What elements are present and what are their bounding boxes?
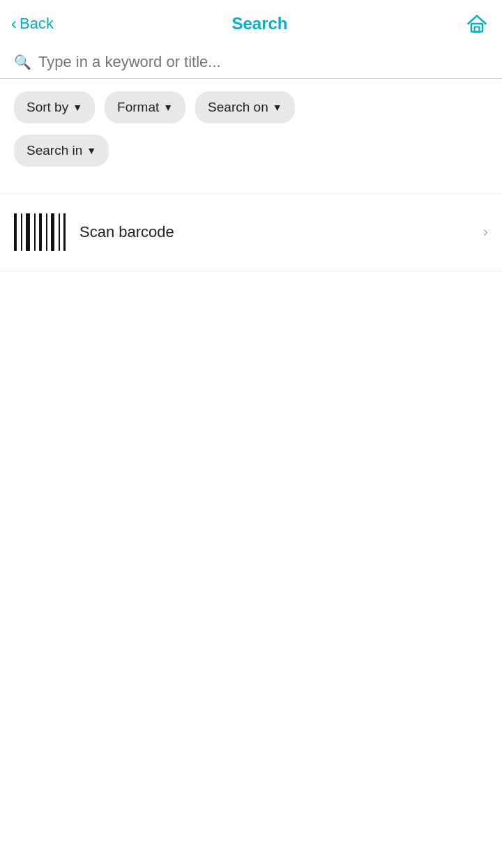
sort-by-label: Sort by [26, 100, 68, 115]
back-label: Back [20, 15, 54, 33]
home-icon [466, 13, 488, 35]
back-chevron-icon: ‹ [11, 15, 17, 32]
barcode-icon [14, 213, 66, 251]
search-on-chevron-icon: ▼ [273, 102, 282, 113]
filter-row-1: Sort by ▼ Format ▼ Search on ▼ [0, 79, 502, 129]
format-label: Format [117, 100, 159, 115]
scan-barcode-label: Scan barcode [79, 223, 483, 241]
svg-rect-1 [475, 27, 480, 32]
back-button[interactable]: ‹ Back [11, 15, 54, 33]
search-in-label: Search in [26, 143, 82, 158]
home-button[interactable] [466, 13, 488, 35]
scan-barcode-chevron-icon: › [483, 223, 488, 241]
format-chevron-icon: ▼ [163, 102, 173, 113]
sort-by-button[interactable]: Sort by ▼ [14, 91, 95, 123]
search-in-button[interactable]: Search in ▼ [14, 135, 109, 167]
search-input[interactable] [38, 53, 488, 71]
search-input-area: 🔍 [0, 45, 502, 79]
search-on-button[interactable]: Search on ▼ [195, 91, 294, 123]
page-title: Search [54, 14, 466, 33]
filter-row-2: Search in ▼ [0, 129, 502, 179]
search-on-label: Search on [208, 100, 268, 115]
search-in-chevron-icon: ▼ [86, 145, 96, 156]
format-button[interactable]: Format ▼ [105, 91, 185, 123]
scan-barcode-row[interactable]: Scan barcode › [0, 193, 502, 271]
svg-rect-0 [471, 24, 482, 31]
header: ‹ Back Search [0, 0, 502, 45]
search-icon: 🔍 [14, 54, 31, 70]
sort-by-chevron-icon: ▼ [73, 102, 82, 113]
